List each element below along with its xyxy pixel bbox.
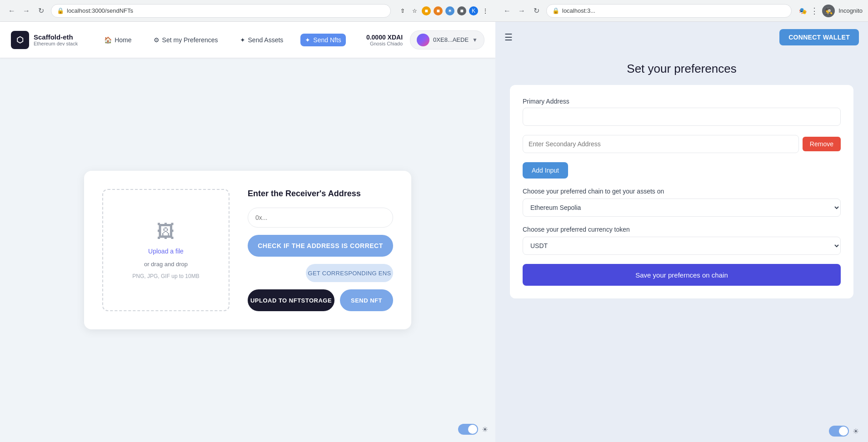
sun-icon-right: ☀ [853, 427, 859, 436]
hamburger-menu-icon[interactable]: ☰ [504, 32, 513, 43]
extension-icon-3[interactable]: ✶ [445, 6, 454, 15]
extension-icon-5[interactable]: 🎭 [799, 7, 807, 15]
forward-button-right[interactable]: → [515, 5, 528, 17]
logo-area: ⬡ Scaffold-eth Ethereum dev stack [11, 31, 78, 49]
wallet-avatar [417, 34, 429, 46]
logo-box: ⬡ [11, 31, 29, 49]
upload-hint: PNG, JPG, GIF up to 10MB [132, 273, 199, 279]
lock-icon: 🔒 [57, 7, 64, 14]
bookmark-icon[interactable]: ☆ [410, 6, 419, 15]
send-card: 🖼 Upload a file or drag and drop PNG, JP… [84, 171, 411, 329]
address-bar-left[interactable]: 🔒 localhost:3000/sendNFTs [51, 4, 391, 18]
incognito-label: Incognito [838, 7, 863, 14]
image-placeholder-icon: 🖼 [157, 221, 175, 242]
wallet-address: 0XE8...AEDE [433, 36, 469, 43]
upload-drag-text: or drag and drop [144, 261, 188, 268]
reload-button-right[interactable]: ↻ [530, 5, 543, 17]
upload-nftstorage-button[interactable]: UPLOAD TO NFTSTORAGE [248, 289, 334, 311]
nav-send-assets-label: Send Assets [248, 36, 284, 44]
browser-nav-buttons-right: ← → ↻ [501, 5, 543, 17]
forward-button[interactable]: → [20, 5, 33, 17]
theme-toggle-right[interactable] [829, 426, 849, 437]
token-section: Choose your preferred currency token USD… [523, 226, 841, 255]
send-nfts-icon: ✦ [305, 36, 310, 44]
token-select[interactable]: USDT USDC DAI ETH [523, 237, 841, 255]
logo-title: Scaffold-eth [34, 33, 78, 41]
upload-link[interactable]: Upload a file [148, 248, 184, 255]
browser-chrome-left: ← → ↻ 🔒 localhost:3000/sendNFTs ⇧ ☆ ■ ■ … [0, 0, 495, 22]
logo-text: Scaffold-eth Ethereum dev stack [34, 33, 78, 46]
chain-section: Choose your preferred chain to get your … [523, 188, 841, 217]
left-panel: ← → ↻ 🔒 localhost:3000/sendNFTs ⇧ ☆ ■ ■ … [0, 0, 495, 442]
nav-preferences-label: Set my Preferences [162, 36, 218, 44]
extension-icon-4[interactable]: ■ [457, 6, 466, 15]
check-address-button[interactable]: CHECK IF THE ADDRESS IS CORRECT [248, 235, 393, 257]
primary-address-input[interactable] [523, 108, 841, 126]
address-bar-right[interactable]: 🔒 localhost:3... [546, 4, 792, 18]
nav-preferences[interactable]: ⚙ Set my Preferences [149, 34, 223, 46]
browser-nav-buttons: ← → ↻ [5, 5, 47, 17]
add-input-button[interactable]: Add Input [523, 162, 568, 179]
chain-label: Choose your preferred chain to get your … [523, 188, 841, 195]
back-button[interactable]: ← [5, 5, 18, 17]
incognito-profile-icon: 🕵 [822, 5, 835, 17]
balance-amount: 0.0000 XDAI [366, 34, 403, 41]
send-nft-button[interactable]: SEND NFT [340, 289, 393, 311]
upload-text-row: Upload a file [148, 247, 184, 255]
app-header: ⬡ Scaffold-eth Ethereum dev stack 🏠 Home… [0, 22, 495, 58]
get-ens-button[interactable]: GET CORRESPONDING ENS [306, 264, 393, 282]
extension-icon-1[interactable]: ■ [422, 6, 431, 15]
header-right: 0.0000 XDAI Gnosis Chiado 0XE8...AEDE ▼ [366, 30, 484, 50]
logo-subtitle: Ethereum dev stack [34, 41, 78, 46]
receiver-address-input[interactable] [248, 208, 393, 228]
share-icon[interactable]: ⇧ [398, 6, 407, 15]
right-header: ☰ CONNECT WALLET [495, 22, 868, 53]
nav-menu: 🏠 Home ⚙ Set my Preferences ✦ Send Asset… [100, 34, 346, 46]
remove-button[interactable]: Remove [803, 137, 841, 151]
theme-toggle[interactable] [458, 424, 478, 435]
nav-send-assets[interactable]: ✦ Send Assets [235, 34, 288, 46]
gear-icon: ⚙ [154, 36, 160, 44]
primary-address-label: Primary Address [523, 98, 841, 105]
more-menu-icon[interactable]: ⋮ [481, 6, 490, 15]
primary-address-section: Primary Address [523, 98, 841, 126]
right-footer: ☀ [495, 420, 868, 442]
back-button-right[interactable]: ← [501, 5, 514, 17]
extension-icon-2[interactable]: ■ [434, 6, 443, 15]
wallet-button[interactable]: 0XE8...AEDE ▼ [410, 30, 484, 50]
home-icon: 🏠 [104, 36, 112, 44]
chain-select[interactable]: Ethereum Sepolia Gnosis Chiado Polygon M… [523, 199, 841, 217]
reload-button[interactable]: ↻ [35, 5, 47, 17]
token-label: Choose your preferred currency token [523, 226, 841, 233]
browser-chrome-right: ← → ↻ 🔒 localhost:3... 🎭 ⋮ 🕵 Incognito [495, 0, 868, 22]
nav-home[interactable]: 🏠 Home [100, 34, 136, 46]
toggle-thumb [468, 425, 477, 434]
secondary-address-input[interactable] [523, 135, 799, 153]
profile-icon[interactable]: K [469, 6, 478, 15]
form-area: Enter the Receiver's Address CHECK IF TH… [248, 189, 393, 311]
save-preferences-button[interactable]: Save your prefernces on chain [523, 264, 841, 286]
preferences-title: Set your preferences [510, 62, 853, 76]
preferences-card: Primary Address Remove Add Input Choose … [510, 85, 853, 298]
preferences-panel: Set your preferences Primary Address Rem… [495, 53, 868, 420]
main-content: 🖼 Upload a file or drag and drop PNG, JP… [0, 58, 495, 442]
balance-network: Gnosis Chiado [366, 41, 403, 46]
connect-wallet-button[interactable]: CONNECT WALLET [779, 29, 859, 45]
incognito-area: 🎭 ⋮ [799, 6, 818, 16]
browser-toolbar-icons: ⇧ ☆ ■ ■ ✶ ■ K ⋮ [398, 6, 490, 15]
right-panel: ← → ↻ 🔒 localhost:3... 🎭 ⋮ 🕵 Incognito ☰… [495, 0, 868, 442]
nav-send-nfts[interactable]: ✦ Send Nfts [300, 34, 345, 46]
secondary-address-row: Remove [523, 135, 841, 153]
send-assets-icon: ✦ [240, 36, 245, 44]
footer-left: ☀ [458, 424, 488, 435]
action-row: UPLOAD TO NFTSTORAGE SEND NFT [248, 289, 393, 311]
nav-send-nfts-label: Send Nfts [313, 36, 341, 44]
toggle-thumb-right [839, 427, 848, 436]
chevron-down-icon: ▼ [472, 37, 478, 43]
upload-area[interactable]: 🖼 Upload a file or drag and drop PNG, JP… [102, 189, 229, 311]
url-text: localhost:3000/sendNFTs [67, 7, 133, 14]
more-menu-icon-right[interactable]: ⋮ [810, 6, 818, 16]
sun-icon: ☀ [482, 425, 488, 434]
right-content: ☰ CONNECT WALLET Set your preferences Pr… [495, 22, 868, 442]
url-text-right: localhost:3... [562, 7, 595, 14]
